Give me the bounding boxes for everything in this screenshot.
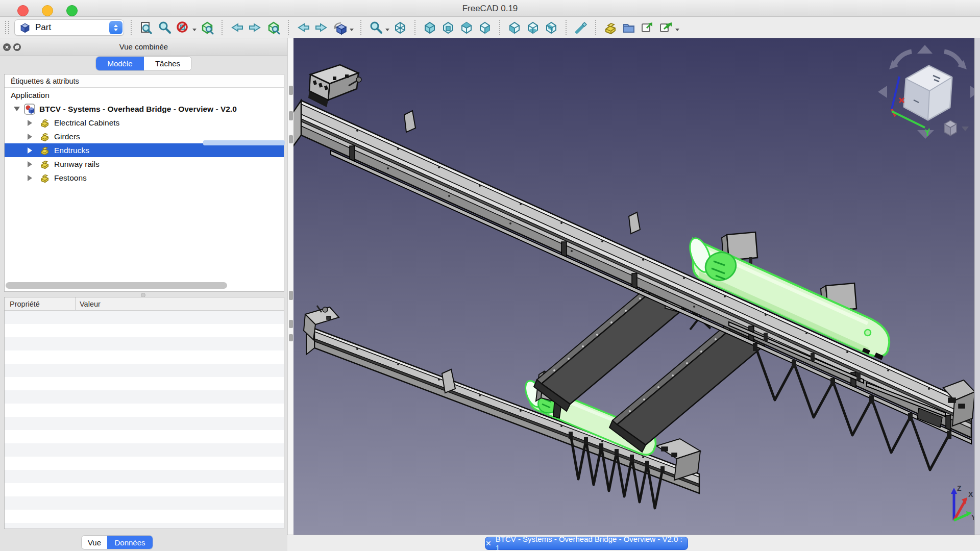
axis-z-label: Z: [957, 484, 962, 492]
disclosure-collapsed-icon[interactable]: [28, 175, 35, 181]
part-icon: [39, 145, 50, 156]
disclosure-collapsed-icon[interactable]: [28, 134, 35, 140]
top-view-icon[interactable]: [459, 20, 474, 35]
combined-view-panel: Vue combinée Modèle Tâches Étiquettes & …: [0, 38, 287, 551]
main-toolbar: Part: [0, 17, 980, 38]
fit-selection-icon[interactable]: [266, 20, 281, 35]
disclosure-collapsed-icon[interactable]: [28, 120, 35, 126]
tab-model[interactable]: Modèle: [96, 57, 144, 70]
workbench-label: Part: [35, 22, 51, 33]
value-column-header[interactable]: Valeur: [76, 297, 101, 310]
bottom-view-icon[interactable]: [525, 20, 541, 35]
rename-field-artifact: [203, 140, 285, 145]
axonometric-view-icon[interactable]: [440, 20, 456, 35]
front-view-icon[interactable]: [422, 20, 437, 35]
window-edge-strip: [974, 38, 980, 535]
disclosure-collapsed-icon[interactable]: [28, 161, 35, 167]
property-editor: Propriété Valeur: [4, 297, 284, 529]
tab-view[interactable]: Vue: [82, 536, 107, 549]
panel-title: Vue combinée: [0, 42, 287, 51]
part-icon: [39, 172, 50, 183]
3d-viewport[interactable]: Z X Y: [293, 38, 980, 535]
tree-item-root-document[interactable]: BTCV - Systems - Overhead Bridge - Overv…: [5, 102, 284, 116]
tab-data[interactable]: Données: [107, 536, 153, 549]
tab-tasks[interactable]: Tâches: [144, 57, 191, 70]
disclosure-expanded-icon[interactable]: [14, 107, 20, 114]
document-tab-label: BTCV - Systems - Overhead Bridge - Overv…: [496, 535, 688, 551]
share-icon[interactable]: [658, 20, 673, 35]
part-icon: [39, 117, 50, 128]
close-document-icon[interactable]: ✕: [485, 539, 492, 547]
fit-all-icon[interactable]: [200, 20, 215, 35]
view-next-icon[interactable]: [314, 20, 329, 35]
rear-view-icon[interactable]: [507, 20, 522, 35]
tree-item-festoons[interactable]: Festoons: [5, 171, 284, 185]
part-primitives-icon[interactable]: [603, 20, 618, 35]
scrollbar-thumb[interactable]: [6, 282, 227, 289]
export-icon[interactable]: [640, 20, 655, 35]
tree-item-electrical-cabinets[interactable]: Electrical Cabinets: [5, 116, 284, 130]
model-tree: Étiquettes & attributs Application BTCV …: [4, 74, 284, 292]
tree-column-header[interactable]: Étiquettes & attributs: [5, 74, 284, 88]
group-folder-icon[interactable]: [621, 20, 636, 35]
workbench-dropdown-stepper[interactable]: [109, 21, 122, 34]
axis-x-label: X: [968, 490, 973, 498]
disclosure-collapsed-icon[interactable]: [28, 147, 35, 154]
document-tab[interactable]: ✕ BTCV - Systems - Overhead Bridge - Ove…: [485, 537, 688, 550]
view-prev-icon[interactable]: [296, 20, 311, 35]
toolbar-drag-handle[interactable]: [5, 21, 9, 34]
right-view-icon[interactable]: [477, 20, 493, 35]
panel-mode-tabs: Modèle Tâches: [96, 57, 191, 70]
workbench-part-icon: [19, 21, 31, 34]
panel-viewport-splitter[interactable]: [287, 38, 293, 535]
zoom-region-icon[interactable]: [138, 20, 154, 35]
tree-item-runway-rails[interactable]: Runway rails: [5, 157, 284, 171]
isometric-view-icon[interactable]: [332, 20, 348, 35]
property-column-header[interactable]: Propriété: [5, 297, 76, 310]
measure-icon[interactable]: [573, 20, 589, 35]
property-header-row: Propriété Valeur: [5, 297, 284, 311]
window-title: FreeCAD 0.19: [0, 4, 980, 14]
nav-forward-icon[interactable]: [248, 20, 263, 35]
part-icon: [39, 131, 50, 142]
clip-plane-icon[interactable]: [175, 20, 190, 35]
workbench-selector[interactable]: Part: [14, 19, 124, 36]
window-titlebar: FreeCAD 0.19: [0, 0, 980, 17]
axonometric-icon[interactable]: [393, 20, 408, 35]
left-view-icon[interactable]: [544, 20, 559, 35]
tree-horizontal-scrollbar[interactable]: [5, 281, 284, 291]
freecad-document-icon: [24, 104, 35, 115]
search-icon[interactable]: [157, 20, 172, 35]
zoom-tools-icon[interactable]: [368, 20, 383, 35]
part-icon: [39, 159, 50, 169]
tree-item-application[interactable]: Application: [5, 88, 284, 102]
panel-header: Vue combinée: [0, 38, 287, 56]
nav-back-icon[interactable]: [229, 20, 244, 35]
tree-item-endtrucks-selected[interactable]: Endtrucks: [5, 143, 284, 157]
property-mode-tabs: Vue Données: [82, 536, 153, 549]
status-bar: ✕ BTCV - Systems - Overhead Bridge - Ove…: [287, 535, 980, 551]
